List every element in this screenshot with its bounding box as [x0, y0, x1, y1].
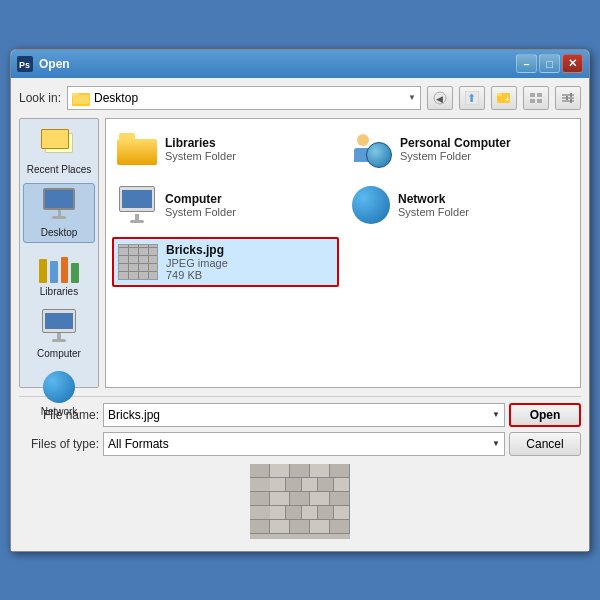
file-item-libraries-type: System Folder: [165, 150, 236, 162]
svg-text:+: +: [505, 95, 510, 104]
file-item-bricks[interactable]: Bricks.jpg JPEG image 749 KB: [112, 237, 339, 287]
file-item-libraries[interactable]: Libraries System Folder: [112, 125, 339, 173]
network-folder-icon: [352, 186, 390, 224]
desktop-icon: [40, 188, 78, 224]
file-item-bricks-name: Bricks.jpg: [166, 243, 228, 257]
svg-rect-20: [566, 96, 568, 100]
brick-preview-image: [250, 464, 350, 539]
cancel-button[interactable]: Cancel: [509, 432, 581, 456]
toolbar: Look in: Desktop ▼ ◀ ⬆: [19, 86, 581, 110]
window-title: Open: [39, 57, 70, 71]
filename-value: Bricks.jpg: [108, 408, 160, 422]
file-item-computer-type: System Folder: [165, 206, 236, 218]
libraries-folder-icon: [117, 133, 157, 165]
close-button[interactable]: ✕: [562, 54, 583, 73]
svg-rect-14: [530, 99, 535, 103]
sidebar-item-libraries[interactable]: Libraries: [23, 247, 95, 301]
filetype-select[interactable]: All Formats ▼: [103, 432, 505, 456]
filename-input[interactable]: Bricks.jpg ▼: [103, 403, 505, 427]
filename-label: File name:: [19, 408, 99, 422]
file-item-personal-computer-info: Personal Computer System Folder: [400, 136, 511, 162]
file-grid: Libraries System Folder: [112, 125, 574, 287]
minimize-button[interactable]: –: [516, 54, 537, 73]
filename-dropdown-icon: ▼: [492, 410, 500, 419]
personal-computer-icon: [352, 130, 392, 168]
svg-rect-10: [497, 93, 502, 96]
svg-rect-13: [537, 93, 542, 97]
sidebar-item-desktop-label: Desktop: [41, 227, 78, 238]
recent-places-icon: [41, 129, 77, 161]
maximize-button[interactable]: □: [539, 54, 560, 73]
filetype-value: All Formats: [108, 437, 169, 451]
up-button[interactable]: ⬆: [459, 86, 485, 110]
file-item-computer[interactable]: Computer System Folder: [112, 181, 339, 229]
sidebar-item-recent-places[interactable]: Recent Places: [23, 125, 95, 179]
svg-rect-12: [530, 93, 535, 97]
look-in-label: Look in:: [19, 91, 61, 105]
sidebar-item-computer[interactable]: Computer: [23, 305, 95, 363]
computer-folder-icon: [117, 186, 157, 224]
new-folder-icon: +: [497, 91, 511, 105]
svg-rect-4: [73, 95, 89, 104]
new-folder-button[interactable]: +: [491, 86, 517, 110]
view-button[interactable]: [523, 86, 549, 110]
file-item-libraries-name: Libraries: [165, 136, 236, 150]
title-bar-left: Ps Open: [17, 56, 70, 72]
file-item-personal-computer[interactable]: Personal Computer System Folder: [347, 125, 574, 173]
filetype-dropdown-icon: ▼: [492, 439, 500, 448]
desktop-folder-icon: [72, 90, 90, 106]
open-button[interactable]: Open: [509, 403, 581, 427]
svg-rect-15: [537, 99, 542, 103]
file-item-bricks-type: JPEG image: [166, 257, 228, 269]
file-item-personal-computer-name: Personal Computer: [400, 136, 511, 150]
sidebar: Recent Places Desktop: [19, 118, 99, 388]
title-buttons: – □ ✕: [516, 54, 583, 73]
filetype-label: Files of type:: [19, 437, 99, 451]
view-icon: [529, 91, 543, 105]
options-icon: [561, 91, 575, 105]
sidebar-item-computer-label: Computer: [37, 348, 81, 359]
file-item-bricks-info: Bricks.jpg JPEG image 749 KB: [166, 243, 228, 281]
svg-text:⬆: ⬆: [467, 92, 476, 104]
file-item-computer-name: Computer: [165, 192, 236, 206]
network-icon: [43, 371, 75, 403]
file-item-network-type: System Folder: [398, 206, 469, 218]
look-in-value: Desktop: [94, 91, 404, 105]
look-in-arrow-icon: ▼: [408, 93, 416, 102]
options-button[interactable]: [555, 86, 581, 110]
preview-section: [19, 456, 581, 543]
computer-icon: [39, 309, 79, 345]
dialog-content: Look in: Desktop ▼ ◀ ⬆: [11, 78, 589, 551]
back-icon: ◀: [433, 91, 447, 105]
cancel-button-label: Cancel: [526, 437, 563, 451]
file-item-libraries-info: Libraries System Folder: [165, 136, 236, 162]
main-area: Recent Places Desktop: [19, 118, 581, 388]
svg-rect-16: [562, 94, 574, 96]
sidebar-item-desktop[interactable]: Desktop: [23, 183, 95, 243]
file-item-network-name: Network: [398, 192, 469, 206]
file-item-personal-computer-type: System Folder: [400, 150, 511, 162]
file-item-network[interactable]: Network System Folder: [347, 181, 574, 229]
svg-text:Ps: Ps: [19, 60, 30, 70]
libraries-icon: [39, 251, 79, 283]
sidebar-item-libraries-label: Libraries: [40, 286, 78, 297]
svg-rect-18: [562, 100, 574, 102]
up-icon: ⬆: [465, 91, 479, 105]
svg-text:◀: ◀: [436, 94, 443, 104]
svg-rect-19: [570, 93, 572, 97]
ps-icon: Ps: [17, 56, 33, 72]
sidebar-item-recent-places-label: Recent Places: [27, 164, 91, 175]
bottom-bar: File name: Bricks.jpg ▼ Open Files of ty…: [19, 396, 581, 456]
file-view[interactable]: Libraries System Folder: [105, 118, 581, 388]
open-button-label: Open: [530, 408, 561, 422]
title-bar: Ps Open – □ ✕: [11, 50, 589, 78]
svg-rect-21: [570, 99, 572, 103]
file-item-bricks-size: 749 KB: [166, 269, 228, 281]
file-item-network-info: Network System Folder: [398, 192, 469, 218]
brick-thumbnail-icon: [118, 244, 158, 280]
look-in-dropdown[interactable]: Desktop ▼: [67, 86, 421, 110]
file-item-computer-info: Computer System Folder: [165, 192, 236, 218]
back-button[interactable]: ◀: [427, 86, 453, 110]
open-dialog: Ps Open – □ ✕ Look in: Desktop ▼: [10, 49, 590, 552]
